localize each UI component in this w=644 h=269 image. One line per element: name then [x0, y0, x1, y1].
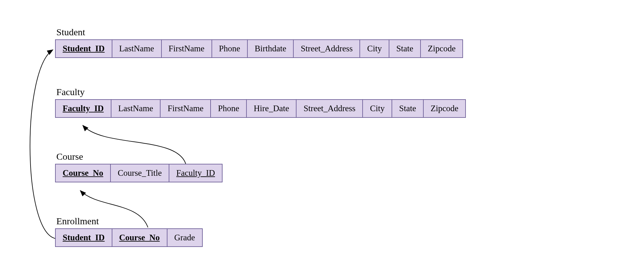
field-faculty-id: Faculty_ID — [56, 100, 111, 117]
field-city: City — [363, 100, 392, 117]
field-city: City — [360, 40, 389, 57]
field-lastname: LastName — [112, 40, 162, 57]
field-state: State — [389, 40, 421, 57]
arrow-enrollment-student — [30, 50, 55, 238]
table-title-course: Course — [56, 151, 223, 162]
field-student-id: Student_ID — [56, 40, 112, 57]
field-zipcode: Zipcode — [421, 40, 462, 57]
field-firstname: FirstName — [162, 40, 212, 57]
field-course-no: Course_No — [56, 164, 111, 182]
field-hire-date: Hire_Date — [247, 100, 297, 117]
field-faculty-id-fk: Faculty_ID — [169, 164, 222, 182]
table-title-faculty: Faculty — [56, 87, 466, 97]
table-row: Course_No Course_Title Faculty_ID — [55, 164, 223, 182]
field-course-title: Course_Title — [111, 164, 169, 182]
table-enrollment: Enrollment Student_ID Course_No Grade — [55, 216, 203, 247]
field-grade: Grade — [167, 229, 202, 246]
field-street-address: Street_Address — [297, 100, 363, 117]
field-zipcode: Zipcode — [424, 100, 465, 117]
table-row: Student_ID Course_No Grade — [55, 228, 203, 247]
table-title-student: Student — [56, 27, 463, 37]
field-course-no-fk: Course_No — [112, 229, 167, 246]
field-lastname: LastName — [111, 100, 161, 117]
field-street-address: Street_Address — [294, 40, 360, 57]
table-row: Student_ID LastName FirstName Phone Birt… — [55, 39, 463, 58]
table-title-enrollment: Enrollment — [56, 216, 203, 226]
field-student-id-fk: Student_ID — [56, 229, 112, 246]
table-course: Course Course_No Course_Title Faculty_ID — [55, 151, 223, 182]
field-firstname: FirstName — [161, 100, 211, 117]
field-state: State — [392, 100, 424, 117]
field-phone: Phone — [211, 100, 247, 117]
table-student: Student Student_ID LastName FirstName Ph… — [55, 27, 463, 58]
field-birthdate: Birthdate — [248, 40, 294, 57]
table-faculty: Faculty Faculty_ID LastName FirstName Ph… — [55, 87, 466, 118]
table-row: Faculty_ID LastName FirstName Phone Hire… — [55, 99, 466, 118]
field-phone: Phone — [212, 40, 248, 57]
